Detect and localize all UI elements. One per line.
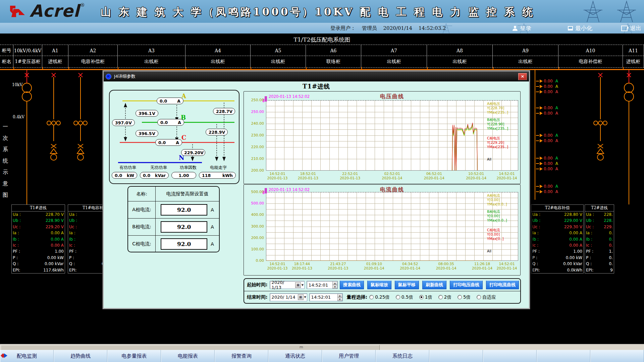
x-tick-date: 2020-01-14 [395,266,426,270]
arrow-right-icon [540,167,543,171]
dialog-titlebar[interactable]: J4详细参数 × [104,71,529,81]
phase-a-setting-input[interactable]: 92.0 [161,204,207,216]
cabinet-name-cell[interactable]: 出线柜 [118,56,185,67]
cabinet-name-cell[interactable]: 联络柜 [306,56,361,67]
cabinet-name-cell[interactable]: 出线柜 [251,56,306,67]
refresh-curve-button[interactable]: 刷新曲线 [422,281,446,289]
spinner-up-icon[interactable]: ▲ [337,294,342,297]
cabinet-name-cell[interactable]: 出线柜 [427,56,493,67]
time-spinner[interactable]: ▲ ▼ [337,294,342,301]
nav-tab-用户管理[interactable]: 用户管理 [322,350,376,362]
phase-c-setting-input[interactable]: 92.0 [161,238,207,250]
range-option-1倍[interactable]: 1倍 [419,294,432,300]
y-axis-tick-label: 500.00 [245,201,264,205]
radio-icon[interactable] [369,295,374,299]
cabinet-name-cell[interactable]: 出线柜 [493,56,558,67]
cabinet-number-cell[interactable]: A3 [118,45,185,56]
search-curve-button[interactable]: 搜索曲线 [340,281,364,289]
cabinet-number-cell[interactable]: A4 [185,45,251,56]
time-spinner[interactable]: ▲ ▼ [332,281,337,289]
panel-row-value: 228.80 V [544,212,582,218]
radio-icon[interactable] [477,295,481,299]
phase-b-setting-input[interactable]: 92.0 [161,221,207,233]
feeder-current-unit: A [555,84,558,89]
nav-tab-趋势曲线[interactable]: 趋势曲线 [54,350,107,362]
nav-tab-电能报表[interactable]: 电能报表 [161,350,215,362]
chevron-down-icon[interactable]: ▼ [301,281,304,289]
calendar-icon[interactable]: ▦ [295,282,301,288]
x-tick-date: 2020-01-13 [262,176,293,180]
cabinet-name-row: 柜名1#变压器柜进线柜电容补偿柜出线柜出线柜出线柜联络柜出线柜出线柜出线柜电容补… [0,56,644,68]
arrow-right-icon [540,79,543,83]
cabinet-name-cell[interactable]: 电容补偿柜 [558,56,623,67]
spinner-down-icon[interactable]: ▼ [337,297,342,301]
x-tick-date: 2020-01-13 [335,176,366,180]
chart-series-curves [266,100,518,171]
nav-tab-配电监测[interactable]: 配电监测 [0,350,54,362]
scrollbar-thumb[interactable] [1,345,380,350]
cabinet-number-cell[interactable]: A5 [251,45,306,56]
cabinet-number-cell[interactable]: A1 [42,45,68,56]
range-option-2倍[interactable]: 2倍 [438,294,451,300]
feeder-readout-row: 0.00A [536,166,576,172]
spinner-down-icon[interactable]: ▼ [332,285,337,289]
exit-button[interactable]: 退出 [621,23,641,34]
x-axis-tick-label: 14:52:012020-01-14 [491,172,522,180]
chevron-down-icon[interactable]: ▼ [304,294,307,301]
busbar-tap-tick [118,67,118,69]
cabinet-name-cell[interactable]: 电容补偿柜 [68,56,118,67]
mouse-zoom-button[interactable]: 鼠标缩放 [367,281,391,289]
range-option-0.25倍[interactable]: 0.25倍 [369,294,390,300]
radio-icon[interactable] [438,295,443,299]
nav-tab-电参量报表[interactable]: 电参量报表 [107,350,161,362]
cabinet-name-cell[interactable]: 进线柜 [42,56,68,67]
login-user-value: 管理员 [362,25,377,31]
cabinet-name-cell[interactable]: 出线柜 [361,56,427,67]
cabinet-name-cell[interactable]: 进线柜 [623,56,644,67]
end-time-field[interactable]: 14:52:01 ▲ ▼ [309,293,343,301]
radio-icon[interactable] [458,295,462,299]
nav-tab-通讯状态[interactable]: 通讯状态 [268,350,322,362]
cabinet-number-cell[interactable]: A9 [493,45,558,56]
cabinet-number-cell[interactable]: A6 [306,45,361,56]
voltage-chart[interactable]: 电压曲线2020-01-13 14:52:02250.00250.00240.0… [244,91,521,184]
range-option-0.5倍[interactable]: 0.5倍 [396,294,413,300]
start-time-label: 起始时间: [247,282,268,288]
nav-tab-报警查询[interactable]: 报警查询 [215,350,268,362]
arrow-right-icon [540,190,543,193]
cabinet-number-cell[interactable]: A2 [68,45,118,56]
range-option-5倍[interactable]: 5倍 [458,294,471,300]
cabinet-number-cell[interactable]: A8 [427,45,493,56]
panel-row-label: Uc : [69,224,80,230]
voltage-ac-value: 397.0 [115,120,128,125]
spinner-up-icon[interactable]: ▲ [332,281,337,285]
horizontal-scrollbar[interactable]: m [0,344,644,350]
panel-row-label: Ib : [69,236,80,242]
panel-row: Ic :0. [585,242,614,248]
login-button[interactable]: 登录 [513,23,531,34]
mouse-pan-button[interactable]: 鼠标平移 [395,281,419,289]
panel-row-label: Ia : [532,230,544,236]
nav-tab-系统日志[interactable]: 系统日志 [376,350,429,362]
cabinet-name-cell[interactable]: 1#变压器柜 [13,56,42,67]
end-date-field[interactable]: 2020/ 1/14 ▦ ▼ [270,293,307,301]
minimize-button[interactable]: 最小化 [568,23,592,34]
radio-selected-icon[interactable] [419,295,424,299]
close-icon[interactable]: × [518,73,527,80]
cabinet-number-cell[interactable]: A11 [623,45,644,56]
radio-icon[interactable] [396,295,400,299]
cabinet-name-cell[interactable]: 出线柜 [185,56,251,67]
start-time-field[interactable]: 14:52:01 ▲ ▼ [307,281,338,289]
print-voltage-curve-button[interactable]: 打印电压曲线 [450,281,483,289]
current-chart[interactable]: 电流曲线2020-01-13 14:52:02500.00500.00400.0… [244,184,521,276]
range-option-自适应[interactable]: 自适应 [477,294,496,300]
app-header: Acrel ® 山 东 建 筑 大 学（凤鸣路1000号）10KV 配 电 工 … [0,0,644,23]
calendar-icon[interactable]: ▦ [298,294,304,300]
start-date-field[interactable]: 2020/ 1/13 ▦ ▼ [270,281,305,289]
cabinet-number-cell[interactable]: 10kV/0.4kV [13,45,42,56]
feeder-tap-icon [536,135,539,136]
cabinet-number-cell[interactable]: A7 [361,45,427,56]
energy-value: 118 [202,173,211,178]
print-current-curve-button[interactable]: 打印电流曲线 [486,281,519,289]
cabinet-number-cell[interactable]: A10 [558,45,623,56]
